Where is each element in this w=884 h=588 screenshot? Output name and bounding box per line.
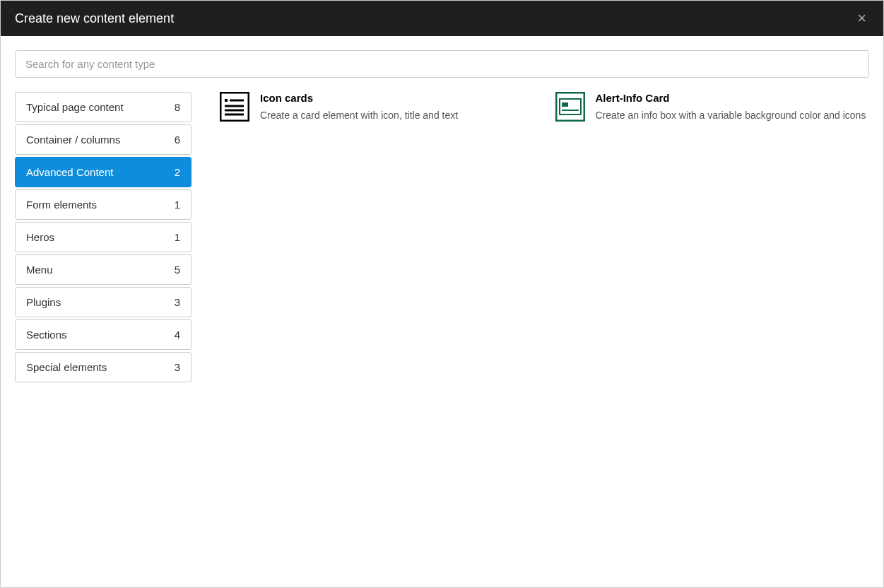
category-tab[interactable]: Plugins3 xyxy=(15,287,191,317)
category-tab-count: 1 xyxy=(175,199,180,211)
element-grid: Icon cardsCreate a card element with ico… xyxy=(220,92,869,384)
category-sidebar: Typical page content8Container / columns… xyxy=(15,92,191,384)
card-text: Alert-Info CardCreate an info box with a… xyxy=(596,92,870,123)
category-tab-label: Form elements xyxy=(26,199,167,211)
svg-rect-1 xyxy=(225,99,228,102)
category-tab-count: 1 xyxy=(175,231,180,243)
modal-header: Create new content element × xyxy=(1,1,883,36)
category-tab[interactable]: Typical page content8 xyxy=(15,92,191,122)
card-title: Alert-Info Card xyxy=(596,92,870,104)
card-title: Icon cards xyxy=(260,92,534,104)
card-description: Create a card element with icon, title a… xyxy=(260,108,534,123)
category-tab-count: 3 xyxy=(175,361,180,373)
card-text: Icon cardsCreate a card element with ico… xyxy=(260,92,534,123)
search-input[interactable] xyxy=(15,50,869,78)
category-tab-count: 6 xyxy=(175,134,180,146)
category-tab[interactable]: Container / columns6 xyxy=(15,124,191,155)
category-tab-count: 5 xyxy=(175,264,180,276)
category-tab-label: Typical page content xyxy=(26,101,167,113)
icon-cards-icon xyxy=(220,92,249,122)
category-tab-label: Heros xyxy=(26,231,167,243)
category-tab[interactable]: Advanced Content2 xyxy=(15,157,191,187)
category-tab[interactable]: Special elements3 xyxy=(15,352,191,382)
category-tab[interactable]: Form elements1 xyxy=(15,189,191,220)
content-element-card[interactable]: Icon cardsCreate a card element with ico… xyxy=(220,92,534,123)
category-tab-label: Special elements xyxy=(26,361,167,373)
svg-rect-8 xyxy=(562,102,568,107)
content-element-card[interactable]: Alert-Info CardCreate an info box with a… xyxy=(555,92,870,123)
search-wrap xyxy=(15,50,869,78)
category-tab-label: Plugins xyxy=(26,296,167,308)
category-tab-count: 3 xyxy=(175,296,180,308)
category-tab-count: 8 xyxy=(175,101,180,113)
modal-title: Create new content element xyxy=(15,11,174,26)
category-tab[interactable]: Heros1 xyxy=(15,222,191,252)
modal-body: Typical page content8Container / columns… xyxy=(1,36,883,587)
close-button[interactable]: × xyxy=(854,11,869,26)
category-tab[interactable]: Menu5 xyxy=(15,254,191,285)
alert-info-icon xyxy=(555,92,585,122)
category-tab-label: Menu xyxy=(26,264,167,276)
modal: Create new content element × Typical pag… xyxy=(0,0,884,588)
category-tab-label: Container / columns xyxy=(26,134,167,146)
category-tab-label: Advanced Content xyxy=(26,166,167,178)
category-tab-count: 2 xyxy=(175,166,180,178)
category-tab-count: 4 xyxy=(175,329,180,341)
category-tab[interactable]: Sections4 xyxy=(15,319,191,350)
content-row: Typical page content8Container / columns… xyxy=(15,92,869,384)
category-tab-label: Sections xyxy=(26,329,167,341)
card-description: Create an info box with a variable backg… xyxy=(596,108,870,123)
